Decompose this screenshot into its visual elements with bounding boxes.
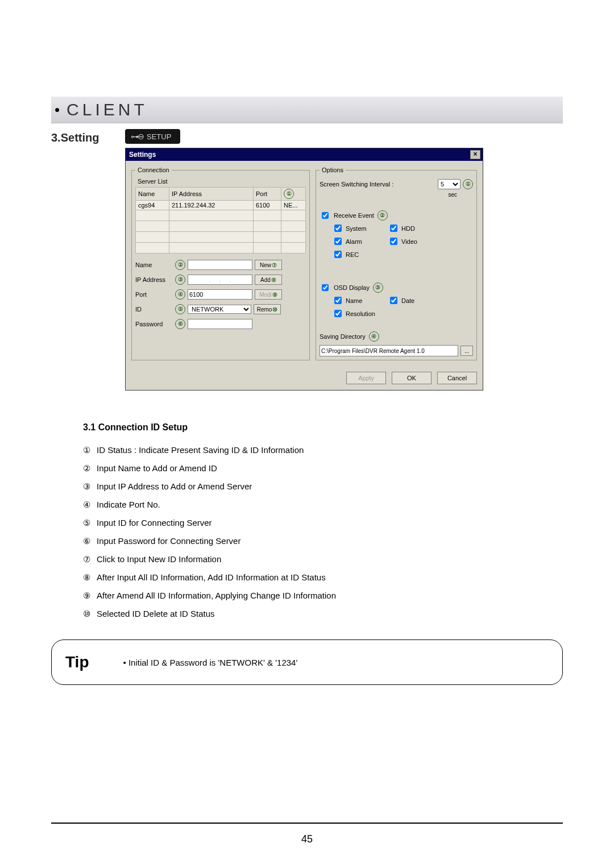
badge-3: ③: [175, 275, 185, 285]
dialog-title: Settings: [129, 151, 156, 159]
page-number: 45: [0, 833, 614, 845]
table-row: [136, 232, 306, 243]
new-button[interactable]: New⑦: [255, 260, 282, 270]
cell-ip: 211.192.244.32: [169, 201, 254, 210]
col-name: Name: [136, 188, 169, 201]
col-port: Port: [254, 188, 281, 201]
apply-button[interactable]: Apply: [346, 372, 386, 384]
setup-text: SETUP: [147, 132, 171, 141]
chk-hdd[interactable]: HDD: [388, 223, 433, 234]
screen-switch-select[interactable]: 5: [438, 179, 460, 189]
setup-icon: ⊶⊖: [131, 132, 143, 141]
setting-label: 3.Setting: [51, 129, 125, 144]
chk-osd-date[interactable]: Date: [388, 295, 433, 306]
setup-badge: ⊶⊖ SETUP: [125, 129, 180, 144]
screen-switch-label: Screen Switching Interval :: [320, 181, 393, 188]
list-item: ⑧After Input All ID Information, Add ID …: [83, 572, 563, 583]
osd-label: OSD Display: [334, 284, 370, 291]
badge-1-table: ①: [284, 189, 294, 199]
connection-group: Connection Server List Name IP Address P…: [131, 167, 310, 360]
cell-net: NE...: [281, 201, 306, 210]
section-header: • CLIENT: [51, 97, 563, 123]
badge-4: ④: [175, 289, 185, 300]
list-item: ⑤Input ID for Connecting Server: [83, 518, 563, 528]
dialog-titlebar: Settings ×: [126, 148, 483, 161]
list-item: ③Input IP Address to Add or Amend Server: [83, 481, 563, 492]
section-bullet: •: [51, 102, 67, 117]
password-label: Password: [135, 321, 173, 327]
chk-osd-name[interactable]: Name: [332, 295, 377, 306]
table-row: [136, 221, 306, 232]
port-label: Port: [135, 291, 173, 298]
badge-6: ⑥: [175, 319, 185, 329]
add-button[interactable]: Add⑧: [255, 275, 282, 285]
chk-rec[interactable]: REC: [332, 249, 377, 260]
badge-o1: ①: [463, 179, 473, 189]
ok-button[interactable]: OK: [392, 372, 432, 384]
tip-body: • Initial ID & Password is 'NETWORK' & '…: [123, 658, 297, 667]
saving-dir-label: Saving Directory: [320, 333, 366, 340]
tip-header: Tip: [65, 653, 89, 671]
cell-port: 6100: [254, 201, 281, 210]
badge-2: ②: [175, 260, 185, 270]
section-title: CLIENT: [67, 100, 148, 119]
name-input[interactable]: [188, 260, 252, 270]
settings-dialog: Settings × Connection Server List Name I…: [125, 148, 483, 391]
osd-checkbox[interactable]: [322, 284, 329, 291]
server-list-table[interactable]: Name IP Address Port ① cgs94 211.192.244…: [135, 187, 306, 254]
col-ip: IP Address: [169, 188, 254, 201]
badge-5: ⑤: [175, 304, 185, 314]
table-row: [136, 210, 306, 221]
connection-legend: Connection: [135, 167, 172, 173]
badge-o2: ②: [377, 210, 388, 221]
col-net: ①: [281, 188, 306, 201]
instructions-list: ①ID Status : Indicate Present Saving ID …: [83, 445, 563, 619]
list-item: ⑩Selected ID Delete at ID Status: [83, 609, 563, 619]
screen-switch-unit: sec: [320, 192, 473, 198]
list-item: ④Indicate Port No.: [83, 500, 563, 510]
saving-dir-input[interactable]: [320, 345, 458, 356]
remove-button[interactable]: Remo⑩: [254, 304, 281, 314]
list-item: ②Input Name to Add or Amend ID: [83, 463, 563, 474]
name-label: Name: [135, 261, 173, 268]
cancel-button[interactable]: Cancel: [437, 372, 477, 384]
receive-event-label: Receive Event: [334, 212, 374, 219]
badge-o3: ③: [373, 283, 383, 293]
chk-alarm[interactable]: Alarm: [332, 236, 377, 247]
chk-system[interactable]: System: [332, 223, 377, 234]
tip-box: Tip • Initial ID & Password is 'NETWORK'…: [51, 639, 563, 685]
id-label: ID: [135, 306, 173, 313]
table-header-row: Name IP Address Port ①: [136, 188, 306, 201]
options-legend: Options: [320, 167, 346, 173]
instructions-title: 3.1 Connection ID Setup: [83, 422, 563, 433]
modify-button[interactable]: Modi⑨: [255, 289, 282, 300]
chk-osd-res[interactable]: Resolution: [332, 308, 377, 319]
list-item: ⑨After Amend All ID Information, Applyin…: [83, 591, 563, 601]
list-item: ⑦Click to Input New ID Information: [83, 554, 563, 564]
table-row[interactable]: cgs94 211.192.244.32 6100 NE...: [136, 201, 306, 210]
badge-o4: ④: [369, 331, 379, 342]
chk-video[interactable]: Video: [388, 236, 433, 247]
ip-label: IP Address: [135, 276, 173, 283]
server-list-label: Server List: [138, 178, 306, 185]
options-group: Options Screen Switching Interval : 5 ① …: [316, 167, 477, 360]
list-item: ⑥Input Password for Connecting Server: [83, 536, 563, 546]
port-input[interactable]: [188, 289, 252, 300]
table-row: [136, 243, 306, 254]
ip-input[interactable]: [188, 275, 252, 285]
browse-button[interactable]: ...: [460, 346, 473, 356]
list-item: ①ID Status : Indicate Present Saving ID …: [83, 445, 563, 455]
page-rule: [51, 823, 563, 824]
close-icon[interactable]: ×: [470, 150, 480, 159]
id-select[interactable]: NETWORK: [188, 305, 251, 314]
cell-name: cgs94: [136, 201, 169, 210]
password-input[interactable]: [188, 319, 252, 329]
receive-event-checkbox[interactable]: [322, 212, 329, 219]
